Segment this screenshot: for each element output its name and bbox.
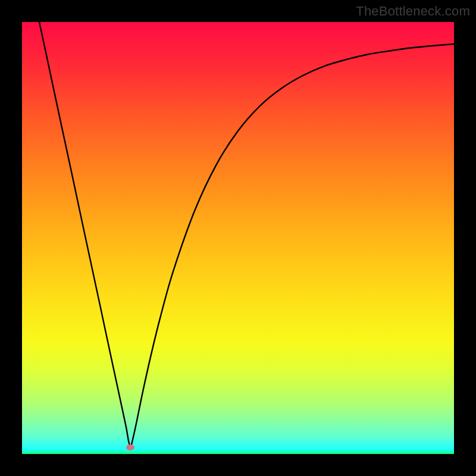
bottleneck-curve: [22, 22, 454, 454]
min-marker: [126, 444, 134, 450]
chart-frame: TheBottleneck.com: [0, 0, 476, 476]
watermark-text: TheBottleneck.com: [356, 4, 470, 19]
plot-area: [22, 22, 454, 454]
